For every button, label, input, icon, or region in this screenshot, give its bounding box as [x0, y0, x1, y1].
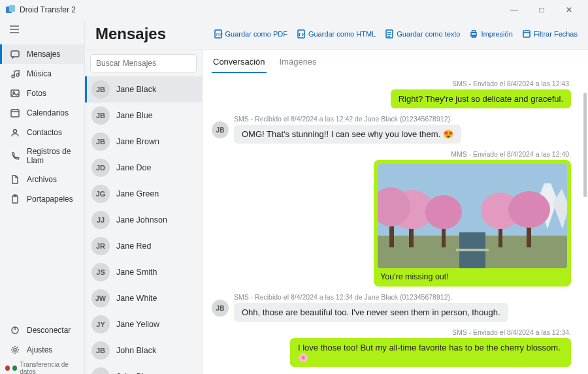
sidebar-item-label: Música	[27, 69, 52, 78]
message-row: JBSMS - Recibido el 8/4/2024 a las 12:34…	[212, 290, 571, 322]
svg-rect-10	[11, 110, 19, 117]
contact-name: Jane Green	[116, 189, 159, 198]
contact-name: Jane Black	[116, 85, 156, 94]
window-minimize-button[interactable]: —	[500, 1, 528, 19]
svg-point-14	[14, 130, 17, 133]
svg-point-40	[425, 195, 462, 229]
avatar: JJ	[91, 211, 110, 229]
message-bubble: Ohh, those are beautiful too. I've never…	[234, 303, 508, 322]
calendar-icon	[10, 108, 20, 118]
svg-rect-22	[298, 30, 304, 38]
sidebar-item-mensajes[interactable]: Mensajes	[0, 44, 84, 64]
sidebar-item-calendarios[interactable]: Calendarios	[0, 103, 84, 123]
titlebar: Droid Transfer 2 — □ ✕	[0, 0, 588, 20]
sidebar-item-label: Registros de Llam	[27, 147, 76, 165]
svg-rect-28	[472, 31, 476, 33]
message-icon	[10, 49, 20, 59]
avatar: JY	[91, 315, 110, 334]
window-close-button[interactable]: ✕	[555, 1, 583, 19]
toolbar-label: Guardar como HTML	[308, 30, 376, 38]
photo-icon	[10, 88, 20, 99]
sidebar-item-ajustes[interactable]: Ajustes	[0, 340, 84, 360]
sidebar-item-label: Ajustes	[27, 345, 52, 354]
gear-icon	[10, 345, 20, 355]
toolbar-html-button[interactable]: Guardar como HTML	[297, 29, 376, 39]
avatar: JB	[91, 80, 110, 99]
contact-item[interactable]: JBJane Black	[85, 76, 202, 102]
avatar: JB	[91, 341, 110, 360]
chat-pane: ConversaciónImágenes SMS - Enviado el 8/…	[203, 50, 588, 374]
avatar: JD	[91, 159, 110, 177]
toolbar-pdf-button[interactable]: PDFGuardar como PDF	[214, 29, 287, 39]
phone-icon	[10, 151, 20, 161]
message-meta: MMS - Enviado el 8/4/2024 a las 12:40.	[451, 150, 571, 158]
toolbar-txt-button[interactable]: Guardar como texto	[385, 29, 460, 39]
contact-item[interactable]: JYJane Yellow	[85, 311, 202, 337]
search-input[interactable]	[90, 54, 197, 72]
svg-rect-5	[11, 51, 19, 57]
scrollbar-thumb[interactable]	[583, 93, 587, 197]
contact-name: John Black	[116, 346, 156, 355]
sidebar-item-contactos[interactable]: Contactos	[0, 123, 84, 142]
filter-icon	[522, 29, 531, 39]
message-bubble: OMG! That's stunning!! I can see why you…	[234, 125, 461, 144]
contact-item[interactable]: JBJane Blue	[85, 102, 202, 129]
sidebar-item-label: Desconectar	[27, 326, 71, 335]
contact-item[interactable]: JSJane Smith	[85, 259, 202, 285]
file-icon	[10, 174, 20, 185]
contact-item[interactable]: JBJohn Blue	[85, 364, 202, 374]
contact-item[interactable]: JDJane Doe	[85, 155, 202, 181]
tab-conversación[interactable]: Conversación	[212, 50, 267, 73]
sidebar-item-label: Archivos	[27, 175, 57, 184]
status-bar: Transferencia de datos	[0, 362, 84, 374]
sidebar-item-música[interactable]: Música	[0, 64, 84, 84]
svg-point-19	[14, 349, 16, 351]
contact-name: Jane Doe	[116, 163, 152, 172]
hamburger-button[interactable]	[0, 20, 84, 42]
contact-item[interactable]: JGJane Green	[85, 181, 202, 207]
toolbar-filter-button[interactable]: Filtrar Fechas	[522, 29, 578, 39]
tab-imágenes[interactable]: Imágenes	[278, 50, 318, 73]
music-icon	[10, 69, 20, 79]
contact-item[interactable]: JRJane Red	[85, 233, 202, 259]
sidebar-item-archivos[interactable]: Archivos	[0, 170, 84, 189]
contact-item[interactable]: JBJane Brown	[85, 129, 202, 155]
app-title: Droid Transfer 2	[20, 5, 76, 14]
disconnect-icon	[10, 325, 20, 335]
avatar: JB	[91, 106, 110, 125]
contact-item[interactable]: JBJohn Black	[85, 337, 202, 364]
sidebar-item-label: Mensajes	[27, 50, 60, 59]
message-meta: SMS - Enviado el 8/4/2024 a las 12:34.	[452, 328, 571, 336]
avatar: JW	[91, 289, 110, 307]
message-meta: SMS - Enviado el 8/4/2024 a las 12:43.	[452, 80, 571, 87]
window-maximize-button[interactable]: □	[528, 1, 555, 19]
avatar: JG	[91, 185, 110, 203]
svg-text:PDF: PDF	[216, 33, 223, 37]
avatar: JB	[91, 367, 110, 374]
sidebar-item-label: Portapapeles	[27, 195, 73, 204]
txt-icon	[385, 29, 394, 39]
sidebar-item-label: Fotos	[27, 89, 46, 98]
avatar: JR	[91, 237, 110, 255]
sidebar-item-desconectar[interactable]: Desconectar	[0, 320, 84, 340]
sidebar-item-fotos[interactable]: Fotos	[0, 84, 84, 103]
contact-name: Jane Brown	[116, 137, 159, 146]
status-text: Transferencia de datos	[20, 361, 79, 374]
contact-item[interactable]: JWJane White	[85, 285, 202, 311]
sidebar-item-label: Calendarios	[27, 108, 69, 117]
message-row: MMS - Enviado el 8/4/2024 a las 12:40.Yo…	[212, 148, 571, 287]
message-row: SMS - Enviado el 8/4/2024 a las 12:34.I …	[212, 326, 571, 367]
avatar: JS	[91, 263, 110, 281]
avatar: JB	[212, 300, 229, 317]
status-dot-red	[5, 366, 10, 371]
contact-item[interactable]: JJJane Johnson	[85, 207, 202, 233]
svg-rect-1	[9, 5, 15, 12]
sidebar-item-registros-de-llam[interactable]: Registros de Llam	[0, 142, 84, 170]
contact-name: Jane Johnson	[116, 215, 167, 225]
sidebar-item-portapapeles[interactable]: Portapapeles	[0, 189, 84, 209]
avatar: JB	[91, 132, 110, 151]
page-title: Mensajes	[95, 25, 166, 43]
message-row: JBSMS - Recibido el 8/4/2024 a las 12:42…	[212, 112, 571, 144]
status-dot-green	[12, 366, 17, 371]
toolbar-print-button[interactable]: Impresión	[469, 29, 512, 39]
